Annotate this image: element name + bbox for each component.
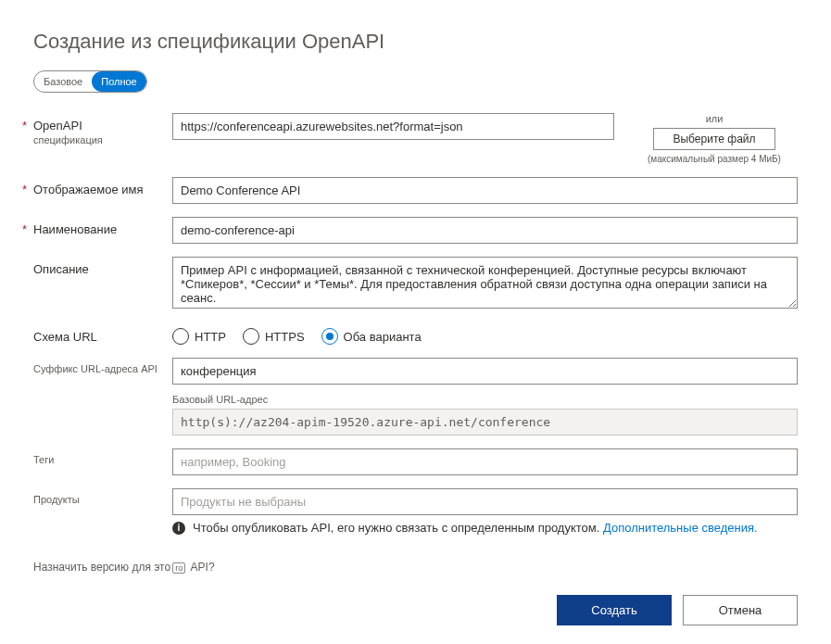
info-link[interactable]: Дополнительные сведения. (603, 521, 758, 535)
url-scheme-radiogroup: HTTP HTTPS Оба варианта (172, 324, 798, 345)
label-description: Описание (33, 257, 172, 276)
base-url-display: http(s)://az204-apim-19520.azure-api.net… (172, 409, 798, 436)
label-display-name: Отображаемое имя (33, 177, 172, 196)
info-text: Чтобы опубликовать API, его нужно связат… (193, 521, 603, 535)
radio-https-circle (243, 328, 259, 345)
radio-http-circle (172, 328, 189, 345)
label-products: Продукты (33, 488, 172, 505)
radio-both[interactable]: Оба варианта (321, 328, 422, 345)
name-input[interactable] (172, 217, 798, 244)
label-or: или (631, 113, 798, 124)
toggle-basic[interactable]: Базовое (34, 71, 92, 92)
products-input[interactable] (172, 488, 798, 515)
label-base-url: Базовый URL-адрес (172, 394, 798, 405)
label-openapi: OpenAPI спецификация (33, 113, 172, 145)
label-name: Наименование (33, 217, 172, 236)
page-title: Создание из спецификации OpenAPI (33, 30, 798, 54)
basic-full-toggle[interactable]: Базовое Полное (33, 70, 147, 93)
label-max-size: (максимальный размер 4 МиБ) (631, 154, 798, 164)
tags-input[interactable] (172, 448, 798, 475)
radio-https[interactable]: HTTPS (243, 328, 305, 345)
display-name-input[interactable] (172, 177, 798, 204)
label-url-suffix: Суффикс URL-адреса API (33, 358, 172, 374)
choose-file-button[interactable]: Выберите файл (653, 128, 775, 150)
info-icon: i (172, 522, 185, 535)
create-button[interactable]: Создать (557, 595, 672, 625)
label-url-scheme: Схема URL (33, 324, 172, 344)
version-box[interactable]: го (172, 562, 185, 574)
products-info: i Чтобы опубликовать API, его нужно связ… (172, 521, 798, 535)
radio-http[interactable]: HTTP (172, 328, 226, 345)
cancel-button[interactable]: Отмена (683, 595, 798, 625)
version-question: Назначить версию для этого API? (33, 561, 798, 574)
description-textarea[interactable]: Пример API с информацией, связанной с те… (172, 257, 798, 309)
label-tags: Теги (33, 448, 172, 465)
url-suffix-input[interactable] (172, 358, 798, 385)
radio-both-circle (321, 328, 338, 345)
openapi-spec-input[interactable] (172, 113, 614, 140)
toggle-full[interactable]: Полное (92, 71, 146, 92)
